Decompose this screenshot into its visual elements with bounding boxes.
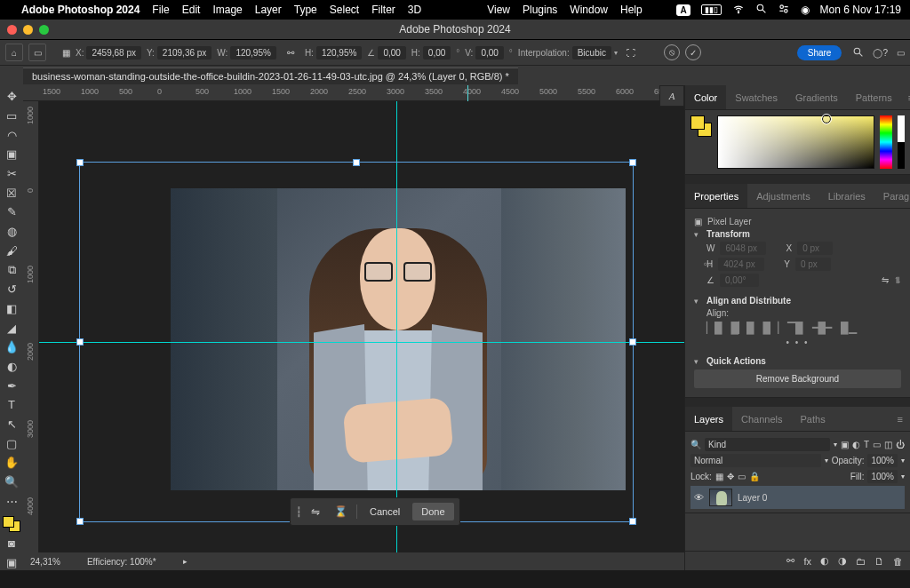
vskew-value[interactable]: 0,00 [475,46,503,60]
tab-gradients[interactable]: Gradients [786,85,847,109]
app-name[interactable]: Adobe Photoshop 2024 [21,4,140,16]
share-button[interactable]: Share [797,45,842,60]
search-app-icon[interactable] [852,46,864,60]
document-tab[interactable]: business-woman-standing-outside-the-offi… [23,68,518,84]
menu-file[interactable]: File [152,4,169,16]
lock-pixels-icon[interactable]: ▦ [715,472,723,481]
transform-bounding-box[interactable] [79,162,634,522]
hskew-value[interactable]: 0,00 [423,46,451,60]
fill-value[interactable]: 100% [867,470,898,483]
filter-smart-icon[interactable]: ◫ [884,440,892,449]
menu-image[interactable]: Image [212,4,242,16]
align-right-icon[interactable]: █▕ [763,322,779,334]
y-input[interactable]: 0 px [795,258,831,271]
dodge-tool-icon[interactable]: ◐ [3,359,20,375]
transform-handle[interactable] [76,159,84,166]
filter-adjust-icon[interactable]: ◐ [852,440,860,449]
workspace-icon[interactable]: ▭ [897,48,905,58]
bw-swatches[interactable] [898,115,905,169]
lock-artboard-icon[interactable]: ▭ [738,472,746,481]
path-select-tool-icon[interactable]: ↖ [3,417,20,433]
y-value[interactable]: 2109,36 px [157,46,212,60]
mask-icon[interactable]: ◐ [820,555,829,567]
w-input[interactable]: 6048 px [720,242,766,255]
filter-toggle-icon[interactable]: ⏻ [896,440,905,449]
more-align-icon[interactable]: • • • [694,338,901,347]
x-input[interactable]: 0 px [797,242,833,255]
lock-all-icon[interactable]: 🔒 [749,472,760,481]
warp-icon[interactable]: ⛶ [627,48,635,58]
transform-handle[interactable] [629,518,636,525]
close-window-icon[interactable] [7,25,17,35]
tab-layers[interactable]: Layers [685,407,732,431]
siri-icon[interactable]: ◉ [801,4,810,16]
zoom-tool-icon[interactable]: 🔍 [3,474,20,490]
minimize-window-icon[interactable] [23,25,33,35]
marquee-tool-icon[interactable]: ▭ [3,108,20,124]
menu-layer[interactable]: Layer [255,4,282,16]
keyboard-input-icon[interactable]: A [676,4,690,16]
align-top-icon[interactable]: ▔█ [787,322,803,334]
done-button[interactable]: Done [412,503,453,520]
control-center-icon[interactable] [778,3,790,18]
align-left-icon[interactable]: ▏█ [706,322,722,334]
visibility-icon[interactable]: 👁 [694,492,704,503]
color-swatches[interactable] [690,115,712,169]
type-tool-icon[interactable]: T [3,397,20,413]
menu-filter[interactable]: Filter [371,4,395,16]
link-wh-icon[interactable]: ⚯ [704,259,711,269]
filter-type-icon[interactable]: T [864,440,869,449]
x-value[interactable]: 2459,68 px [86,46,141,60]
flip-v-icon[interactable]: ⥮ [894,275,901,285]
new-layer-icon[interactable]: 🗋 [874,556,884,567]
h-value[interactable]: 120,95% [316,46,362,60]
object-select-tool-icon[interactable]: ▣ [3,147,20,163]
tab-channels[interactable]: Channels [732,407,791,431]
lasso-tool-icon[interactable]: ◠ [3,127,20,143]
tab-patterns[interactable]: Patterns [847,85,901,109]
home-icon[interactable]: ⌂ [5,44,23,61]
hue-slider[interactable] [880,115,892,169]
history-brush-tool-icon[interactable]: ↺ [3,282,20,298]
w-value[interactable]: 120,95% [230,46,275,60]
maximize-window-icon[interactable] [39,25,49,35]
color-swatch-tool[interactable] [3,516,20,532]
ref-point-icon[interactable]: ▦ [62,48,70,58]
vertical-ruler[interactable]: 1000 0 1000 2000 3000 4000 [23,101,39,552]
pen-tool-icon[interactable]: ✒ [3,377,20,393]
panel-menu-icon[interactable]: ≡ [890,414,910,425]
transform-section-header[interactable]: Transform [706,229,750,239]
collapsed-character-panel-icon[interactable]: A [659,85,684,107]
quick-mask-icon[interactable]: ◙ [3,536,20,552]
eraser-tool-icon[interactable]: ◧ [3,301,20,317]
bar-handle-icon[interactable]: ┇ [296,506,302,518]
horizontal-ruler[interactable]: 1500 1000 500 0 500 1000 1500 2000 2500 … [23,85,684,101]
filter-shape-icon[interactable]: ▭ [873,440,881,449]
edit-toolbar-icon[interactable]: ⋯ [3,493,20,509]
layer-thumbnail[interactable] [709,489,732,506]
link-layers-icon[interactable]: ⚯ [786,555,794,567]
tab-libraries[interactable]: Libraries [819,184,874,208]
search-icon[interactable] [755,3,767,17]
preset-icon[interactable]: ▭ [28,44,46,61]
filter-pixel-icon[interactable]: ▣ [841,440,849,449]
angle-value[interactable]: 0,00 [378,46,405,60]
tab-paths[interactable]: Paths [792,407,834,431]
zoom-level[interactable]: 24,31% [30,557,60,567]
traffic-lights[interactable] [7,25,49,35]
transform-handle[interactable] [629,338,636,346]
clock[interactable]: Mon 6 Nov 17:19 [820,4,901,16]
menu-view[interactable]: View [487,4,510,16]
tab-adjustments[interactable]: Adjustments [747,184,819,208]
menu-help[interactable]: Help [620,4,643,16]
align-section-header[interactable]: Align and Distribute [706,296,791,306]
clone-stamp-tool-icon[interactable]: ⧉ [3,262,20,278]
tab-color[interactable]: Color [685,85,726,109]
transform-handle[interactable] [353,159,360,166]
cancel-transform-icon[interactable]: ⦸ [664,44,680,60]
delete-layer-icon[interactable]: 🗑 [893,556,903,567]
tab-swatches[interactable]: Swatches [726,85,786,109]
quick-actions-header[interactable]: Quick Actions [706,356,766,366]
align-vcenter-icon[interactable]: ━█━ [812,322,833,334]
align-bottom-icon[interactable]: █▁ [841,322,857,334]
